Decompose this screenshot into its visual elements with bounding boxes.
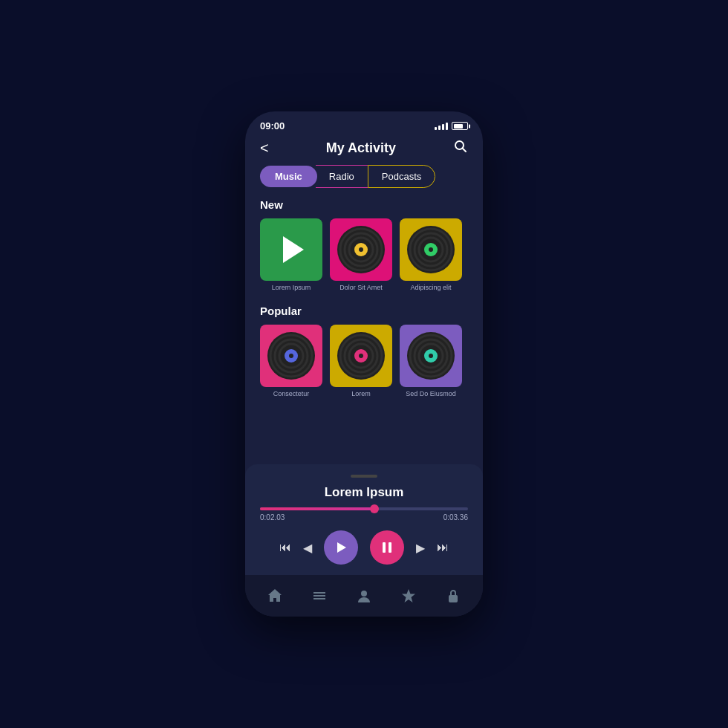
- nav-menu[interactable]: [305, 581, 334, 611]
- popular-album-grid: Consectetur Lo: [260, 325, 468, 397]
- play-icon: [260, 218, 322, 281]
- content-area: New Lorem Ipsum: [245, 198, 483, 411]
- section-title-popular: Popular: [260, 305, 468, 317]
- page-title: My Activity: [326, 140, 396, 156]
- album-item-new-2[interactable]: Dolor Sit Amet: [330, 218, 392, 291]
- album-item-new-1[interactable]: Lorem Ipsum: [260, 218, 322, 291]
- forward-button[interactable]: ▶: [416, 541, 425, 555]
- svg-point-38: [361, 591, 367, 597]
- search-icon: [453, 139, 468, 154]
- album-label-new-1: Lorem Ipsum: [272, 284, 311, 291]
- bottom-nav: [245, 575, 483, 617]
- player-bar: Lorem Ipsum 0:02.03 0:03.36 ⏮ ◀ ▶: [245, 464, 483, 575]
- svg-rect-34: [389, 542, 391, 553]
- svg-rect-40: [449, 595, 458, 602]
- nav-home[interactable]: [260, 581, 290, 611]
- progress-bar[interactable]: [260, 507, 468, 510]
- svg-point-19: [289, 354, 293, 358]
- vinyl-disc-pop-2: [330, 325, 392, 387]
- nav-lock[interactable]: [438, 581, 468, 611]
- header: < My Activity: [245, 136, 483, 165]
- album-label-pop-2: Lorem: [351, 390, 371, 397]
- phone-frame: 09:00 < My Activity Music Radio: [245, 111, 483, 617]
- signal-icon: [435, 123, 448, 130]
- back-button[interactable]: <: [260, 140, 269, 157]
- tab-music[interactable]: Music: [260, 166, 317, 187]
- svg-rect-33: [383, 542, 386, 553]
- player-controls: ⏮ ◀ ▶ ⏭: [260, 530, 468, 565]
- vinyl-disc-pop-1: [260, 325, 322, 387]
- pause-button[interactable]: [370, 530, 404, 565]
- album-item-pop-3[interactable]: Sed Do Eiusmod: [400, 325, 462, 397]
- battery-icon: [452, 122, 468, 130]
- vinyl-disc-3: [400, 218, 462, 281]
- vinyl-disc-pop-3: [400, 325, 462, 387]
- svg-marker-32: [337, 542, 346, 553]
- skip-forward-button[interactable]: ⏭: [437, 541, 449, 554]
- svg-point-7: [359, 247, 363, 252]
- nav-profile[interactable]: [349, 581, 379, 611]
- svg-point-13: [429, 247, 433, 252]
- play-button[interactable]: [324, 530, 358, 565]
- play-icon: [334, 541, 348, 554]
- progress-thumb[interactable]: [370, 504, 379, 513]
- status-time: 09:00: [260, 120, 285, 131]
- time-labels: 0:02.03 0:03.36: [260, 513, 468, 521]
- tab-radio[interactable]: Radio: [316, 165, 368, 188]
- total-time: 0:03.36: [443, 513, 468, 521]
- svg-line-1: [462, 149, 466, 152]
- album-item-new-3[interactable]: Adipiscing elit: [400, 218, 462, 291]
- tabs: Music Radio Podcasts: [245, 165, 483, 198]
- pause-icon: [381, 542, 393, 553]
- album-item-pop-2[interactable]: Lorem: [330, 325, 392, 397]
- status-icons: [435, 122, 468, 130]
- player-drag-handle[interactable]: [351, 475, 377, 478]
- player-title: Lorem Ipsum: [260, 485, 468, 500]
- search-button[interactable]: [453, 139, 468, 157]
- tab-podcasts[interactable]: Podcasts: [368, 165, 435, 188]
- current-time: 0:02.03: [260, 513, 285, 521]
- svg-point-31: [429, 354, 433, 358]
- nav-favorites[interactable]: [394, 581, 423, 611]
- status-bar: 09:00: [245, 111, 483, 136]
- progress-fill: [260, 507, 374, 510]
- album-label-pop-3: Sed Do Eiusmod: [406, 390, 456, 397]
- section-title-new: New: [260, 198, 468, 211]
- vinyl-disc-2: [330, 218, 392, 281]
- album-label-new-2: Dolor Sit Amet: [339, 284, 383, 291]
- skip-back-button[interactable]: ⏮: [279, 541, 291, 554]
- album-label-pop-1: Consectetur: [273, 390, 310, 397]
- new-album-grid: Lorem Ipsum Do: [260, 218, 468, 291]
- svg-marker-39: [402, 589, 415, 602]
- rewind-button[interactable]: ◀: [303, 541, 312, 555]
- album-label-new-3: Adipiscing elit: [410, 284, 451, 291]
- album-item-pop-1[interactable]: Consectetur: [260, 325, 322, 397]
- svg-point-25: [359, 354, 363, 358]
